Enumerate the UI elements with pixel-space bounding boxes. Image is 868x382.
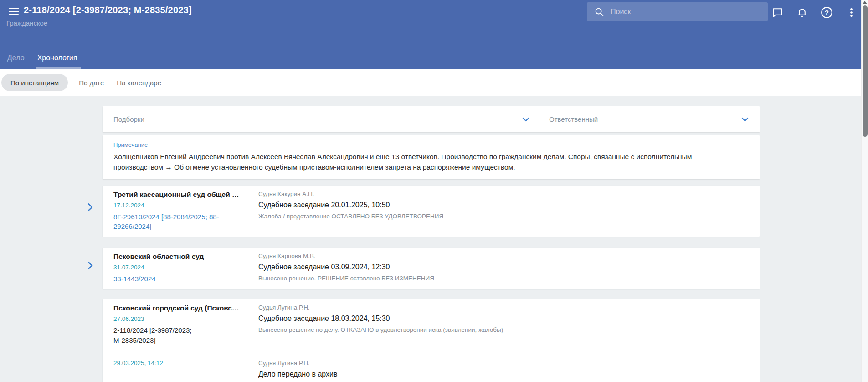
note-text: Холщевников Евгений Андреевич против Але… xyxy=(113,151,724,172)
scrollbar-thumb[interactable] xyxy=(863,5,868,137)
event-result: Вынесено решение по делу. ОТКАЗАНО в удо… xyxy=(258,326,749,334)
judge-label: Судья Лугина Р.Н. xyxy=(258,359,749,367)
help-icon[interactable]: ? xyxy=(820,6,833,19)
timeline-event-row[interactable]: 29.03.2025, 14:12 Судья Лугина Р.Н. Дело… xyxy=(103,351,760,382)
event-title: Дело передано в архив xyxy=(258,369,749,379)
instance-card-cassation[interactable]: Третий кассационный суд общей … 17.12.20… xyxy=(103,186,760,237)
chip-calendar[interactable]: На календаре xyxy=(117,79,161,87)
main-tabs: Дело Хронология xyxy=(0,47,77,69)
menu-icon[interactable] xyxy=(9,8,19,15)
responsible-select-label: Ответственный xyxy=(549,115,741,123)
judge-label: Судья Какурин А.Н. xyxy=(258,190,749,198)
instance-date: 31.07.2024 xyxy=(113,263,249,272)
event-result: Жалоба / представление ОСТАВЛЕНО БЕЗ УДО… xyxy=(258,212,749,221)
case-title: 2-118/2024 [2-3987/2023; М-2835/2023] xyxy=(24,5,192,15)
chevron-down-icon xyxy=(741,117,749,122)
note-card: Примечание Холщевников Евгений Андреевич… xyxy=(103,135,760,179)
note-label: Примечание xyxy=(113,141,728,148)
search-icon xyxy=(594,7,604,17)
chip-by-instances[interactable]: По инстанциям xyxy=(1,74,68,91)
search-input[interactable] xyxy=(611,8,762,16)
page-scrollbar[interactable] xyxy=(861,0,868,382)
chip-by-date[interactable]: По дате xyxy=(79,79,104,87)
collections-select[interactable]: Подборки xyxy=(103,106,539,132)
chronology-content: Подборки Ответственный Примечание Холщев… xyxy=(0,97,861,382)
view-switcher: По инстанциям По дате На календаре xyxy=(0,69,861,96)
case-number: 2-118/2024 [2-3987/2023; М-2835/2023] xyxy=(113,325,198,346)
judge-label: Судья Лугина Р.Н. xyxy=(258,304,749,312)
instance-date: 27.06.2023 xyxy=(113,315,249,323)
court-name: Третий кассационный суд общей … xyxy=(113,190,249,199)
instance-date: 17.12.2024 xyxy=(113,201,249,210)
chat-icon[interactable] xyxy=(771,6,784,19)
more-options-icon[interactable] xyxy=(845,6,858,19)
notifications-icon[interactable] xyxy=(796,6,808,19)
scroll-up-arrow-icon[interactable] xyxy=(863,1,867,4)
court-name: Псковский городской суд (Псковс… xyxy=(113,304,249,313)
svg-text:?: ? xyxy=(825,9,829,16)
tab-case[interactable]: Дело xyxy=(7,47,25,69)
instance-card-city[interactable]: Псковский городской суд (Псковс… 27.06.2… xyxy=(103,299,760,382)
chevron-right-icon[interactable] xyxy=(87,203,93,212)
case-number-link[interactable]: 33-1443/2024 xyxy=(113,274,249,284)
event-result: Вынесено решение. РЕШЕНИЕ оставлено БЕЗ … xyxy=(258,274,749,283)
case-type-label: Гражданское xyxy=(6,19,47,27)
court-name: Псковский областной суд xyxy=(113,252,249,261)
responsible-select[interactable]: Ответственный xyxy=(539,106,760,132)
chevron-right-icon[interactable] xyxy=(87,261,93,270)
collections-select-label: Подборки xyxy=(113,115,522,123)
app-header: 2-118/2024 [2-3987/2023; М-2835/2023] Гр… xyxy=(0,0,861,69)
instance-card-regional[interactable]: Псковский областной суд 31.07.2024 33-14… xyxy=(103,248,760,289)
event-title: Судебное заседание 03.09.2024, 12:30 xyxy=(258,262,749,272)
judge-label: Судья Карпова М.В. xyxy=(258,252,749,260)
event-title: Судебное заседание 20.01.2025, 10:50 xyxy=(258,200,749,210)
event-title: Судебное заседание 18.03.2024, 15:30 xyxy=(258,314,749,324)
case-number-link[interactable]: 8Г-29610/2024 [88-2084/2025; 88-29266/20… xyxy=(113,212,226,231)
search-box[interactable] xyxy=(587,2,768,21)
event-date: 29.03.2025, 14:12 xyxy=(113,359,249,367)
chevron-down-icon xyxy=(522,117,529,122)
filters-bar: Подборки Ответственный xyxy=(103,106,760,132)
tab-chronology[interactable]: Хронология xyxy=(37,47,77,69)
